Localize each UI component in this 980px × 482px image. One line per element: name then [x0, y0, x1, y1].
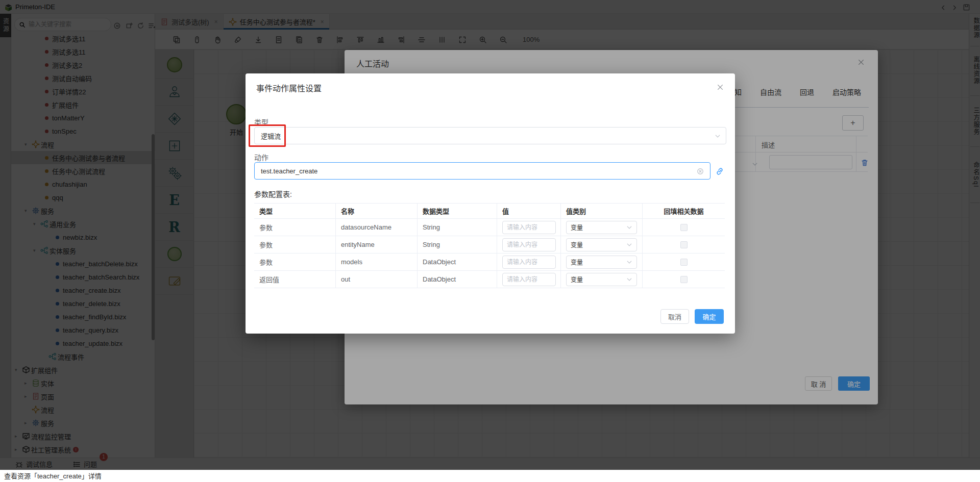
cell-value-category: 变量 [561, 271, 643, 288]
cell-data_type: DataObject [418, 271, 497, 288]
backfill-checkbox[interactable] [680, 241, 688, 248]
value-category-text: 变量 [571, 258, 583, 266]
type-value: 逻辑流 [261, 131, 281, 141]
cell-backfill [643, 236, 725, 253]
action-label: 动作 [254, 152, 268, 162]
cell-value-category: 变量 [561, 253, 643, 270]
value-category-select[interactable]: 变量 [566, 273, 637, 286]
cell-name: entityName [336, 236, 418, 253]
value-category-text: 变量 [571, 223, 583, 232]
link-icon[interactable] [715, 166, 725, 176]
type-label: 类型 [254, 117, 268, 127]
value-input[interactable] [502, 256, 556, 269]
params-table: 类型名称数据类型值值类别回填相关数据参数datasourceNameString… [254, 203, 725, 288]
cell-type: 参数 [254, 219, 336, 236]
params-table-row-2: 参数modelsDataObject变量 [254, 253, 725, 271]
chevron-down-icon [626, 259, 632, 266]
type-select[interactable]: 逻辑流 [254, 127, 726, 144]
backfill-checkbox[interactable] [680, 276, 688, 283]
cancel-button[interactable]: 取消 [660, 309, 689, 324]
confirm-button[interactable]: 确定 [695, 309, 724, 324]
action-input[interactable] [261, 167, 694, 175]
cell-type: 返回值 [254, 271, 336, 288]
cell-backfill [643, 271, 725, 288]
cell-value [497, 219, 561, 236]
cell-name: out [336, 271, 418, 288]
column-header-2: 数据类型 [418, 204, 497, 218]
chevron-down-icon [626, 224, 632, 231]
chevron-down-icon [715, 132, 721, 140]
column-header-4: 值类别 [561, 204, 643, 218]
cell-value [497, 253, 561, 270]
dialog-title: 事件动作属性设置 [256, 82, 322, 94]
value-input[interactable] [502, 273, 556, 286]
cell-name: datasourceName [336, 219, 418, 236]
column-header-0: 类型 [254, 204, 336, 218]
close-icon[interactable] [717, 83, 724, 91]
cell-value-category: 变量 [561, 236, 643, 253]
status-text: 查看资源「teacher_create」详情 [4, 472, 102, 480]
cell-data_type: String [418, 219, 497, 236]
value-input[interactable] [502, 221, 556, 234]
value-input[interactable] [502, 238, 556, 251]
event-action-properties-dialog: 事件动作属性设置 类型 逻辑流 动作 参数配置表: 类型名称数据类型值值类别回填… [246, 73, 735, 334]
chevron-down-icon [626, 276, 632, 283]
value-category-select[interactable]: 变量 [566, 238, 637, 251]
params-table-row-1: 参数entityNameString变量 [254, 236, 725, 253]
column-header-5: 回填相关数据 [643, 204, 725, 218]
value-category-select[interactable]: 变量 [566, 256, 637, 269]
cell-type: 参数 [254, 253, 336, 270]
value-category-text: 变量 [571, 240, 583, 249]
params-table-row-3: 返回值outDataObject变量 [254, 271, 725, 288]
cell-value-category: 变量 [561, 219, 643, 236]
clear-input-icon[interactable] [697, 167, 704, 175]
column-header-3: 值 [497, 204, 561, 218]
value-category-select[interactable]: 变量 [566, 221, 637, 234]
backfill-checkbox[interactable] [680, 224, 688, 231]
cell-data_type: DataObject [418, 253, 497, 270]
chevron-down-icon [626, 241, 632, 248]
params-table-label: 参数配置表: [254, 189, 292, 199]
action-input-wrap [254, 162, 710, 180]
cell-backfill [643, 219, 725, 236]
value-category-text: 变量 [571, 275, 583, 284]
status-bar: 查看资源「teacher_create」详情 [0, 470, 980, 482]
cell-backfill [643, 253, 725, 270]
params-table-header: 类型名称数据类型值值类别回填相关数据 [254, 204, 725, 219]
cell-value [497, 271, 561, 288]
params-table-row-0: 参数datasourceNameString变量 [254, 219, 725, 236]
cell-type: 参数 [254, 236, 336, 253]
app-root: Primeton-IDE 资源 测试多选11测试多选11测试多选2测试自动编码订… [0, 0, 980, 482]
cell-name: models [336, 253, 418, 270]
cell-data_type: String [418, 236, 497, 253]
column-header-1: 名称 [336, 204, 418, 218]
backfill-checkbox[interactable] [680, 259, 688, 266]
cell-value [497, 236, 561, 253]
